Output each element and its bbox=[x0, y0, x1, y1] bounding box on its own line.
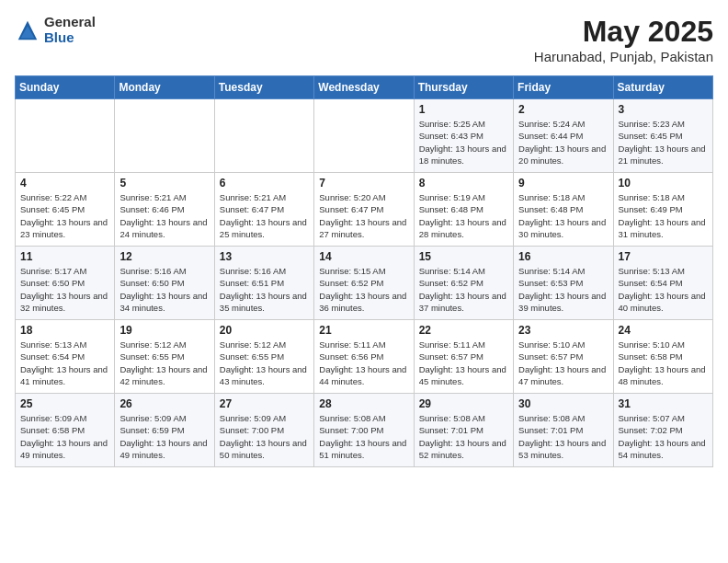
header-day-friday: Friday bbox=[514, 76, 613, 99]
calendar-cell: 26Sunrise: 5:09 AM Sunset: 6:59 PM Dayli… bbox=[115, 394, 214, 467]
day-number: 19 bbox=[119, 324, 209, 337]
day-number: 16 bbox=[518, 250, 608, 263]
cell-info: Sunrise: 5:22 AM Sunset: 6:45 PM Dayligh… bbox=[20, 191, 109, 240]
cell-info: Sunrise: 5:10 AM Sunset: 6:58 PM Dayligh… bbox=[619, 339, 708, 387]
calendar-cell: 20Sunrise: 5:12 AM Sunset: 6:55 PM Dayli… bbox=[214, 320, 313, 394]
cell-info: Sunrise: 5:08 AM Sunset: 7:01 PM Dayligh… bbox=[518, 412, 608, 461]
day-number: 13 bbox=[220, 250, 309, 263]
calendar-cell: 22Sunrise: 5:11 AM Sunset: 6:57 PM Dayli… bbox=[414, 320, 513, 394]
cell-info: Sunrise: 5:08 AM Sunset: 7:01 PM Dayligh… bbox=[419, 412, 508, 461]
header-day-monday: Monday bbox=[115, 76, 214, 99]
cell-info: Sunrise: 5:09 AM Sunset: 6:58 PM Dayligh… bbox=[20, 412, 109, 461]
cell-info: Sunrise: 5:14 AM Sunset: 6:53 PM Dayligh… bbox=[518, 265, 608, 314]
calendar-cell: 12Sunrise: 5:16 AM Sunset: 6:50 PM Dayli… bbox=[115, 247, 214, 320]
logo: General Blue bbox=[15, 15, 96, 45]
calendar-cell: 11Sunrise: 5:17 AM Sunset: 6:50 PM Dayli… bbox=[16, 247, 115, 320]
day-number: 20 bbox=[220, 324, 309, 337]
calendar-header: SundayMondayTuesdayWednesdayThursdayFrid… bbox=[16, 76, 713, 99]
cell-info: Sunrise: 5:17 AM Sunset: 6:50 PM Dayligh… bbox=[20, 265, 109, 314]
cell-info: Sunrise: 5:10 AM Sunset: 6:57 PM Dayligh… bbox=[518, 339, 608, 387]
calendar-cell: 28Sunrise: 5:08 AM Sunset: 7:00 PM Dayli… bbox=[314, 394, 414, 467]
cell-info: Sunrise: 5:15 AM Sunset: 6:52 PM Dayligh… bbox=[319, 265, 408, 314]
calendar-table: SundayMondayTuesdayWednesdayThursdayFrid… bbox=[15, 75, 713, 467]
day-number: 9 bbox=[518, 177, 608, 190]
day-number: 8 bbox=[419, 177, 508, 190]
day-number: 7 bbox=[319, 177, 408, 190]
day-number: 18 bbox=[20, 324, 109, 337]
cell-info: Sunrise: 5:11 AM Sunset: 6:57 PM Dayligh… bbox=[419, 339, 508, 387]
calendar-cell: 6Sunrise: 5:21 AM Sunset: 6:47 PM Daylig… bbox=[214, 173, 313, 247]
cell-info: Sunrise: 5:11 AM Sunset: 6:56 PM Dayligh… bbox=[319, 339, 408, 387]
day-number: 28 bbox=[319, 397, 408, 410]
week-row-1: 1Sunrise: 5:25 AM Sunset: 6:43 PM Daylig… bbox=[16, 99, 713, 173]
calendar-cell: 21Sunrise: 5:11 AM Sunset: 6:56 PM Dayli… bbox=[314, 320, 414, 394]
calendar-body: 1Sunrise: 5:25 AM Sunset: 6:43 PM Daylig… bbox=[16, 99, 713, 467]
title-block: May 2025 Harunabad, Punjab, Pakistan bbox=[534, 15, 713, 64]
cell-info: Sunrise: 5:16 AM Sunset: 6:50 PM Dayligh… bbox=[119, 265, 209, 314]
calendar-cell: 1Sunrise: 5:25 AM Sunset: 6:43 PM Daylig… bbox=[414, 99, 513, 173]
cell-info: Sunrise: 5:13 AM Sunset: 6:54 PM Dayligh… bbox=[20, 339, 109, 387]
cell-info: Sunrise: 5:14 AM Sunset: 6:52 PM Dayligh… bbox=[419, 265, 508, 314]
day-number: 10 bbox=[619, 177, 708, 190]
calendar-cell: 19Sunrise: 5:12 AM Sunset: 6:55 PM Dayli… bbox=[115, 320, 214, 394]
location: Harunabad, Punjab, Pakistan bbox=[534, 49, 713, 64]
day-number: 25 bbox=[20, 397, 109, 410]
week-row-4: 18Sunrise: 5:13 AM Sunset: 6:54 PM Dayli… bbox=[16, 320, 713, 394]
cell-info: Sunrise: 5:25 AM Sunset: 6:43 PM Dayligh… bbox=[419, 118, 508, 167]
day-number: 17 bbox=[619, 250, 708, 263]
day-number: 30 bbox=[518, 397, 608, 410]
header-day-wednesday: Wednesday bbox=[314, 76, 414, 99]
cell-info: Sunrise: 5:18 AM Sunset: 6:48 PM Dayligh… bbox=[518, 191, 608, 240]
calendar-cell bbox=[214, 99, 313, 173]
calendar-cell: 2Sunrise: 5:24 AM Sunset: 6:44 PM Daylig… bbox=[514, 99, 613, 173]
cell-info: Sunrise: 5:12 AM Sunset: 6:55 PM Dayligh… bbox=[220, 339, 309, 387]
cell-info: Sunrise: 5:21 AM Sunset: 6:47 PM Dayligh… bbox=[220, 191, 309, 240]
logo-icon bbox=[15, 17, 40, 43]
cell-info: Sunrise: 5:19 AM Sunset: 6:48 PM Dayligh… bbox=[419, 191, 508, 240]
calendar-cell: 18Sunrise: 5:13 AM Sunset: 6:54 PM Dayli… bbox=[16, 320, 115, 394]
calendar-cell: 31Sunrise: 5:07 AM Sunset: 7:02 PM Dayli… bbox=[613, 394, 712, 467]
day-number: 6 bbox=[220, 177, 309, 190]
calendar-cell: 5Sunrise: 5:21 AM Sunset: 6:46 PM Daylig… bbox=[115, 173, 214, 247]
day-number: 3 bbox=[619, 103, 708, 116]
logo-general-text: General bbox=[44, 15, 96, 30]
logo-blue-text: Blue bbox=[44, 30, 96, 46]
cell-info: Sunrise: 5:07 AM Sunset: 7:02 PM Dayligh… bbox=[619, 412, 708, 461]
page-header: General Blue May 2025 Harunabad, Punjab,… bbox=[15, 15, 713, 64]
day-number: 2 bbox=[518, 103, 608, 116]
calendar-cell: 8Sunrise: 5:19 AM Sunset: 6:48 PM Daylig… bbox=[414, 173, 513, 247]
month-year: May 2025 bbox=[534, 15, 713, 49]
cell-info: Sunrise: 5:08 AM Sunset: 7:00 PM Dayligh… bbox=[319, 412, 408, 461]
calendar-cell: 10Sunrise: 5:18 AM Sunset: 6:49 PM Dayli… bbox=[613, 173, 712, 247]
calendar-cell: 23Sunrise: 5:10 AM Sunset: 6:57 PM Dayli… bbox=[514, 320, 613, 394]
cell-info: Sunrise: 5:23 AM Sunset: 6:45 PM Dayligh… bbox=[619, 118, 708, 167]
day-number: 27 bbox=[220, 397, 309, 410]
calendar-cell: 30Sunrise: 5:08 AM Sunset: 7:01 PM Dayli… bbox=[514, 394, 613, 467]
calendar-cell: 7Sunrise: 5:20 AM Sunset: 6:47 PM Daylig… bbox=[314, 173, 414, 247]
week-row-3: 11Sunrise: 5:17 AM Sunset: 6:50 PM Dayli… bbox=[16, 247, 713, 320]
day-number: 24 bbox=[619, 324, 708, 337]
calendar-cell: 4Sunrise: 5:22 AM Sunset: 6:45 PM Daylig… bbox=[16, 173, 115, 247]
cell-info: Sunrise: 5:12 AM Sunset: 6:55 PM Dayligh… bbox=[119, 339, 209, 387]
week-row-2: 4Sunrise: 5:22 AM Sunset: 6:45 PM Daylig… bbox=[16, 173, 713, 247]
calendar-cell: 25Sunrise: 5:09 AM Sunset: 6:58 PM Dayli… bbox=[16, 394, 115, 467]
cell-info: Sunrise: 5:24 AM Sunset: 6:44 PM Dayligh… bbox=[518, 118, 608, 167]
calendar-cell: 27Sunrise: 5:09 AM Sunset: 7:00 PM Dayli… bbox=[214, 394, 313, 467]
day-number: 1 bbox=[419, 103, 508, 116]
day-number: 12 bbox=[119, 250, 209, 263]
day-number: 11 bbox=[20, 250, 109, 263]
calendar-cell bbox=[16, 99, 115, 173]
day-number: 14 bbox=[319, 250, 408, 263]
cell-info: Sunrise: 5:18 AM Sunset: 6:49 PM Dayligh… bbox=[619, 191, 708, 240]
cell-info: Sunrise: 5:21 AM Sunset: 6:46 PM Dayligh… bbox=[119, 191, 209, 240]
calendar-cell: 9Sunrise: 5:18 AM Sunset: 6:48 PM Daylig… bbox=[514, 173, 613, 247]
day-number: 15 bbox=[419, 250, 508, 263]
cell-info: Sunrise: 5:16 AM Sunset: 6:51 PM Dayligh… bbox=[220, 265, 309, 314]
calendar-cell: 16Sunrise: 5:14 AM Sunset: 6:53 PM Dayli… bbox=[514, 247, 613, 320]
calendar-cell: 24Sunrise: 5:10 AM Sunset: 6:58 PM Dayli… bbox=[613, 320, 712, 394]
header-day-saturday: Saturday bbox=[613, 76, 712, 99]
day-number: 22 bbox=[419, 324, 508, 337]
header-day-thursday: Thursday bbox=[414, 76, 513, 99]
cell-info: Sunrise: 5:13 AM Sunset: 6:54 PM Dayligh… bbox=[619, 265, 708, 314]
day-number: 23 bbox=[518, 324, 608, 337]
